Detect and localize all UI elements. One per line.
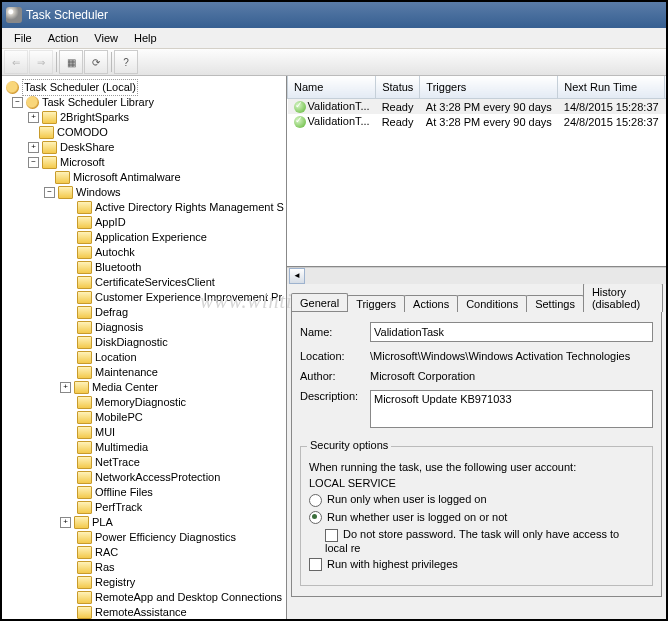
- tree-item[interactable]: Active Directory Rights Management S: [95, 200, 284, 215]
- tree-item[interactable]: NetworkAccessProtection: [95, 470, 220, 485]
- tree-item[interactable]: COMODO: [57, 125, 108, 140]
- security-text: When running the task, use the following…: [309, 461, 644, 473]
- security-options: Security options When running the task, …: [300, 446, 653, 586]
- tab-actions[interactable]: Actions: [404, 295, 458, 312]
- tree-item[interactable]: Autochk: [95, 245, 135, 260]
- lib-icon: [26, 96, 39, 109]
- root-icon: [6, 81, 19, 94]
- col-status[interactable]: Status: [376, 76, 420, 99]
- help-button[interactable]: ?: [114, 50, 138, 74]
- expander[interactable]: +: [60, 517, 71, 528]
- tab-general[interactable]: General: [291, 293, 348, 311]
- task-icon: [294, 116, 306, 128]
- col-next[interactable]: Next Run Time: [558, 76, 665, 99]
- tree-item[interactable]: NetTrace: [95, 455, 140, 470]
- check-highest-priv[interactable]: [309, 558, 322, 571]
- titlebar[interactable]: Task Scheduler: [2, 2, 666, 28]
- properties-panel: General Triggers Actions Conditions Sett…: [287, 284, 666, 619]
- toolbar: ⇐ ⇒ ▦ ⟳ ?: [2, 49, 666, 76]
- tree-item[interactable]: Application Experience: [95, 230, 207, 245]
- tree-item[interactable]: PerfTrack: [95, 500, 142, 515]
- tree-item[interactable]: RemoteAssistance: [95, 605, 187, 619]
- tree-root[interactable]: Task Scheduler (Local): [22, 79, 138, 96]
- section-head: Security options: [307, 439, 391, 451]
- label-location: Location:: [300, 350, 370, 362]
- description-field[interactable]: [370, 390, 653, 428]
- label-author: Author:: [300, 370, 370, 382]
- label-description: Description:: [300, 390, 370, 402]
- tree-item[interactable]: 2BrightSparks: [60, 110, 129, 125]
- tree-item[interactable]: MobilePC: [95, 410, 143, 425]
- refresh-button[interactable]: ⟳: [84, 50, 108, 74]
- task-icon: [294, 101, 306, 113]
- task-row[interactable]: ValidationT... ReadyAt 3:28 PM every 90 …: [288, 99, 667, 115]
- tree-item[interactable]: PLA: [92, 515, 113, 530]
- menu-action[interactable]: Action: [40, 30, 87, 46]
- expander[interactable]: +: [28, 142, 39, 153]
- tree-item[interactable]: RemoteApp and Desktop Connections: [95, 590, 282, 605]
- back-button[interactable]: ⇐: [4, 50, 28, 74]
- tree-item[interactable]: Diagnosis: [95, 320, 143, 335]
- scroll-left-icon[interactable]: ◄: [289, 268, 305, 284]
- tab-conditions[interactable]: Conditions: [457, 295, 527, 312]
- app-icon: [6, 7, 22, 23]
- tree-item[interactable]: MUI: [95, 425, 115, 440]
- expander[interactable]: −: [12, 97, 23, 108]
- expander[interactable]: −: [28, 157, 39, 168]
- menu-view[interactable]: View: [86, 30, 126, 46]
- tree-item[interactable]: DiskDiagnostic: [95, 335, 168, 350]
- tree-lib[interactable]: Task Scheduler Library: [42, 95, 154, 110]
- tree-item[interactable]: Microsoft Antimalware: [73, 170, 181, 185]
- tree-item[interactable]: Location: [95, 350, 137, 365]
- location-value: \Microsoft\Windows\Windows Activation Te…: [370, 350, 630, 362]
- check-no-password[interactable]: [325, 529, 338, 542]
- tree-item[interactable]: Defrag: [95, 305, 128, 320]
- expander[interactable]: −: [44, 187, 55, 198]
- tree-item[interactable]: Multimedia: [95, 440, 148, 455]
- tree-item[interactable]: AppID: [95, 215, 126, 230]
- tree-item[interactable]: Windows: [76, 185, 121, 200]
- tree-item[interactable]: MemoryDiagnostic: [95, 395, 186, 410]
- scrollbar-h[interactable]: ◄: [287, 267, 666, 284]
- tree-item[interactable]: Bluetooth: [95, 260, 141, 275]
- menubar: File Action View Help: [2, 28, 666, 49]
- label-name: Name:: [300, 326, 370, 338]
- tab-triggers[interactable]: Triggers: [347, 295, 405, 312]
- expander[interactable]: +: [28, 112, 39, 123]
- tree-pane[interactable]: Task Scheduler (Local) −Task Scheduler L…: [2, 76, 287, 619]
- menu-file[interactable]: File: [6, 30, 40, 46]
- tree-item[interactable]: RAC: [95, 545, 118, 560]
- tree-item[interactable]: CertificateServicesClient: [95, 275, 215, 290]
- menu-help[interactable]: Help: [126, 30, 165, 46]
- tree-item[interactable]: Customer Experience Improvement Pr: [95, 290, 282, 305]
- tree-item[interactable]: Media Center: [92, 380, 158, 395]
- toolbar-btn[interactable]: ▦: [59, 50, 83, 74]
- col-triggers[interactable]: Triggers: [420, 76, 558, 99]
- tree-item[interactable]: Power Efficiency Diagnostics: [95, 530, 236, 545]
- tab-settings[interactable]: Settings: [526, 295, 584, 312]
- tree-item[interactable]: Microsoft: [60, 155, 105, 170]
- tab-history[interactable]: History (disabled): [583, 284, 663, 312]
- tree-item[interactable]: DeskShare: [60, 140, 114, 155]
- author-value: Microsoft Corporation: [370, 370, 475, 382]
- title-text: Task Scheduler: [26, 8, 108, 22]
- expander[interactable]: +: [60, 382, 71, 393]
- tree-item[interactable]: Ras: [95, 560, 115, 575]
- radio-whether[interactable]: [309, 511, 322, 524]
- window: Task Scheduler File Action View Help ⇐ ⇒…: [0, 0, 668, 621]
- col-name[interactable]: Name: [288, 76, 376, 99]
- tree-item[interactable]: Maintenance: [95, 365, 158, 380]
- detail-pane: Name Status Triggers Next Run Time Last …: [287, 76, 666, 619]
- tree-item[interactable]: Registry: [95, 575, 135, 590]
- col-last[interactable]: Last: [665, 76, 666, 99]
- security-account: LOCAL SERVICE: [309, 477, 644, 489]
- radio-logged-on[interactable]: [309, 494, 322, 507]
- tree-item[interactable]: Offline Files: [95, 485, 153, 500]
- name-field[interactable]: [370, 322, 653, 342]
- task-list[interactable]: Name Status Triggers Next Run Time Last …: [287, 76, 666, 267]
- task-row[interactable]: ValidationT... ReadyAt 3:28 PM every 90 …: [288, 114, 667, 129]
- forward-button[interactable]: ⇒: [29, 50, 53, 74]
